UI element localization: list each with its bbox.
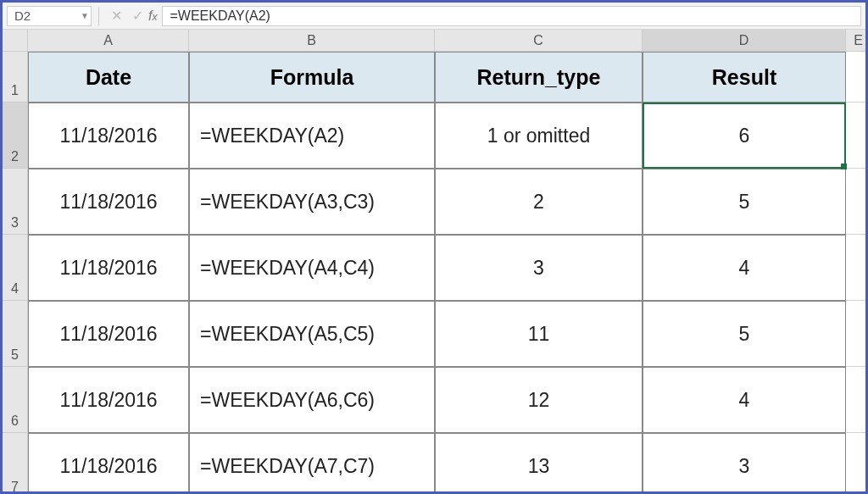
row-header-7[interactable]: 7 [3, 433, 28, 494]
cell-D2[interactable]: 6 [643, 103, 846, 169]
cell-B7[interactable]: =WEEKDAY(A7,C7) [189, 433, 435, 494]
col-header-C[interactable]: C [435, 30, 643, 52]
cancel-icon[interactable]: ✕ [106, 8, 127, 24]
col-header-B[interactable]: B [189, 30, 435, 52]
row-header-4[interactable]: 4 [3, 235, 28, 301]
cell-A2[interactable]: 11/18/2016 [28, 103, 189, 169]
col-header-A[interactable]: A [28, 30, 189, 52]
cell-E1[interactable] [846, 52, 865, 103]
cell-C5[interactable]: 11 [435, 301, 643, 367]
cell-C7[interactable]: 13 [435, 433, 643, 494]
name-box-value: D2 [14, 8, 31, 23]
cell-D1[interactable]: Result [643, 52, 846, 103]
cell-B5[interactable]: =WEEKDAY(A5,C5) [189, 301, 435, 367]
cell-A4[interactable]: 11/18/2016 [28, 235, 189, 301]
row-headers: 1 2 3 4 5 6 7 [3, 52, 28, 494]
cell-C6[interactable]: 12 [435, 367, 643, 433]
cell-C3[interactable]: 2 [435, 169, 643, 235]
cell-E5[interactable] [846, 301, 865, 367]
formula-input[interactable] [162, 6, 861, 26]
col-header-E[interactable]: E [846, 30, 865, 52]
name-box[interactable]: D2 ▼ [7, 6, 92, 26]
cell-C1[interactable]: Return_type [435, 52, 643, 103]
cell-D6[interactable]: 4 [643, 367, 846, 433]
cell-E4[interactable] [846, 235, 865, 301]
select-all-corner[interactable] [3, 30, 28, 52]
cell-C4[interactable]: 3 [435, 235, 643, 301]
cell-D5[interactable]: 5 [643, 301, 846, 367]
cell-B3[interactable]: =WEEKDAY(A3,C3) [189, 169, 435, 235]
cell-E6[interactable] [846, 367, 865, 433]
row-header-5[interactable]: 5 [3, 301, 28, 367]
cell-D4[interactable]: 4 [643, 235, 846, 301]
cell-B1[interactable]: Formula [189, 52, 435, 103]
cell-C2[interactable]: 1 or omitted [435, 103, 643, 169]
cell-E7[interactable] [846, 433, 865, 494]
cell-A1[interactable]: Date [28, 52, 189, 103]
row-header-1[interactable]: 1 [3, 52, 28, 103]
cells-area: Date Formula Return_type Result 11/18/20… [28, 52, 865, 494]
cell-B6[interactable]: =WEEKDAY(A6,C6) [189, 367, 435, 433]
cell-B4[interactable]: =WEEKDAY(A4,C4) [189, 235, 435, 301]
cell-D3[interactable]: 5 [643, 169, 846, 235]
cell-A3[interactable]: 11/18/2016 [28, 169, 189, 235]
cell-A7[interactable]: 11/18/2016 [28, 433, 189, 494]
cell-E2[interactable] [846, 103, 865, 169]
formula-bar-row: D2 ▼ ✕ ✓ fx [3, 3, 865, 30]
spreadsheet-grid: A B C D E 1 2 3 4 5 6 7 Date Formula Ret… [3, 30, 865, 494]
cell-A6[interactable]: 11/18/2016 [28, 367, 189, 433]
enter-icon[interactable]: ✓ [127, 8, 148, 24]
cell-E3[interactable] [846, 169, 865, 235]
cell-B2[interactable]: =WEEKDAY(A2) [189, 103, 435, 169]
row-header-6[interactable]: 6 [3, 367, 28, 433]
cell-A5[interactable]: 11/18/2016 [28, 301, 189, 367]
cell-D7[interactable]: 3 [643, 433, 846, 494]
row-header-2[interactable]: 2 [3, 103, 28, 169]
col-header-D[interactable]: D [643, 30, 846, 52]
row-header-3[interactable]: 3 [3, 169, 28, 235]
chevron-down-icon[interactable]: ▼ [81, 11, 89, 20]
fx-icon[interactable]: fx [148, 8, 157, 24]
column-headers: A B C D E [28, 30, 865, 52]
divider [98, 7, 99, 25]
